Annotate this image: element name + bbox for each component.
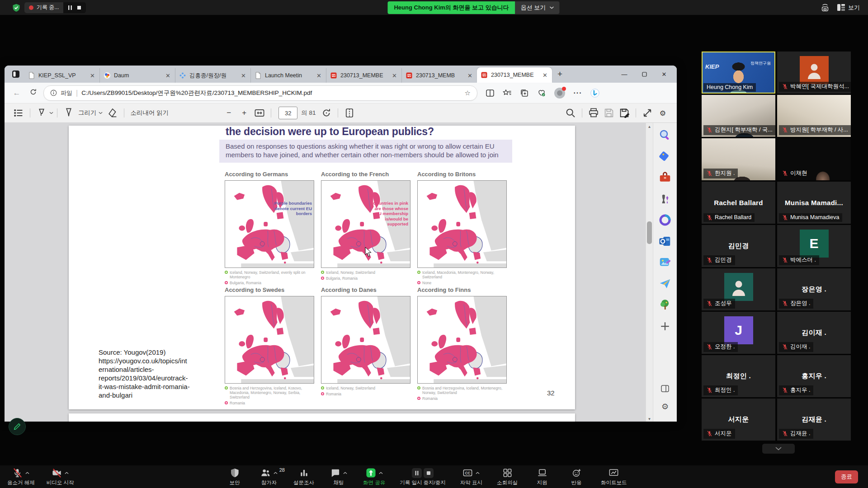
zoom-in-icon[interactable]: + bbox=[239, 108, 250, 118]
browser-tab-7[interactable]: 230713_MEMBE✕ bbox=[477, 67, 552, 83]
participant-tile[interactable]: 김민경 김민경 bbox=[702, 225, 775, 267]
sidebar-designer-icon[interactable] bbox=[658, 256, 672, 269]
close-tab-icon[interactable]: ✕ bbox=[316, 72, 322, 79]
pdf-settings-gear-icon[interactable]: ⚙ bbox=[657, 108, 668, 118]
view-button[interactable]: 보기 bbox=[837, 4, 860, 12]
start-video-button[interactable]: 비디오 시작 bbox=[47, 467, 74, 486]
chevron-up-icon[interactable] bbox=[343, 472, 347, 474]
zoom-out-icon[interactable]: − bbox=[223, 108, 234, 118]
participant-tile[interactable]: Munisa Mamadi... Munisa Mamadieva bbox=[777, 182, 851, 224]
browser-tab-2[interactable]: Daum✕ bbox=[99, 68, 175, 83]
sidebar-split-icon[interactable] bbox=[658, 382, 672, 395]
eraser-icon[interactable] bbox=[107, 108, 118, 118]
new-tab-button[interactable]: + bbox=[552, 69, 568, 79]
sidebar-m365-icon[interactable] bbox=[658, 213, 672, 227]
url-field[interactable]: 파일 | C:/Users/ZB99015/Desktop/연구원%20관련자료… bbox=[43, 85, 477, 101]
sidebar-add-icon[interactable] bbox=[658, 319, 672, 333]
participants-button[interactable]: 28참가자 bbox=[259, 467, 279, 486]
breakout-rooms-button[interactable]: 소회의실 bbox=[497, 467, 518, 486]
reactions-button[interactable]: 반응 bbox=[566, 467, 586, 486]
browser-tab-6[interactable]: 230713_MEMB✕ bbox=[401, 68, 477, 83]
draw-pen-icon[interactable] bbox=[63, 108, 74, 118]
split-screen-icon[interactable] bbox=[486, 89, 495, 98]
chevron-up-icon[interactable] bbox=[65, 472, 69, 474]
participant-tile[interactable]: J 오정한 . bbox=[702, 312, 775, 354]
participant-tile[interactable]: Rachel Ballard Rachel Ballard bbox=[702, 182, 775, 224]
participant-tile[interactable]: 김이재 . 김이재 . bbox=[777, 312, 851, 354]
collections-icon[interactable] bbox=[520, 89, 529, 98]
chat-button[interactable]: 채팅 bbox=[329, 467, 349, 486]
close-tab-icon[interactable]: ✕ bbox=[391, 72, 398, 79]
participant-video-tile[interactable]: 이채현 bbox=[777, 138, 851, 180]
read-aloud-button[interactable]: 소리내어 읽기 bbox=[131, 109, 169, 117]
security-button[interactable]: 보안 bbox=[225, 467, 245, 486]
unmute-button[interactable]: 음소거 해제 bbox=[7, 467, 35, 486]
pdf-scrollbar[interactable]: ▲ ▼ bbox=[646, 123, 653, 422]
sidebar-tools-icon[interactable] bbox=[658, 171, 672, 184]
browser-tab-3[interactable]: 김흥종/원장/원✕ bbox=[175, 68, 250, 83]
refresh-button[interactable] bbox=[27, 88, 39, 98]
participant-tile[interactable]: 장은영 . 장은영 . bbox=[777, 268, 851, 310]
participant-tile[interactable]: 박혜연[ 국제대학원석... bbox=[777, 52, 851, 94]
cast-icon[interactable] bbox=[820, 3, 830, 13]
rotate-icon[interactable] bbox=[321, 108, 332, 118]
maximize-button[interactable] bbox=[634, 66, 654, 83]
share-screen-button[interactable]: 화면 공유 bbox=[363, 467, 385, 486]
highlight-pen-icon[interactable] bbox=[36, 108, 47, 118]
support-button[interactable]: 지원 bbox=[532, 467, 552, 486]
pdf-viewer[interactable]: the decision were up to European publics… bbox=[5, 123, 653, 422]
profile-avatar[interactable] bbox=[554, 88, 565, 99]
browser-tab-1[interactable]: KIEP_SSL_VP✕ bbox=[24, 68, 99, 83]
chevron-down-icon[interactable] bbox=[99, 112, 103, 114]
minimize-button[interactable]: — bbox=[614, 66, 634, 83]
close-tab-icon[interactable]: ✕ bbox=[89, 72, 96, 79]
participant-video-tile[interactable]: 한지원 . bbox=[702, 138, 775, 180]
pause-icon[interactable] bbox=[412, 468, 422, 478]
bing-icon[interactable] bbox=[590, 89, 599, 98]
chevron-up-icon[interactable] bbox=[379, 472, 383, 474]
search-icon[interactable] bbox=[565, 108, 576, 118]
record-controls-button[interactable]: 기록 일시 중지/중지 bbox=[400, 467, 446, 486]
sidebar-tree-icon[interactable] bbox=[658, 298, 672, 312]
print-icon[interactable] bbox=[588, 108, 599, 118]
sidebar-games-icon[interactable] bbox=[658, 192, 672, 206]
captions-button[interactable]: CC자막 표시 bbox=[460, 467, 482, 486]
participant-tile[interactable]: 서지운 서지운 bbox=[702, 399, 775, 441]
browser-tab-5[interactable]: 230713_MEMBE✕ bbox=[326, 68, 401, 83]
annotation-pencil-button[interactable] bbox=[9, 418, 26, 435]
tab-actions-icon[interactable] bbox=[10, 68, 22, 80]
chevron-down-icon[interactable] bbox=[49, 112, 53, 114]
participant-tile[interactable]: 홍지우 . 홍지우 . bbox=[777, 355, 851, 397]
chevron-up-icon[interactable] bbox=[25, 472, 29, 474]
back-button[interactable]: ← bbox=[11, 89, 23, 98]
fullscreen-icon[interactable] bbox=[642, 108, 653, 118]
fit-width-icon[interactable] bbox=[254, 108, 265, 118]
toc-icon[interactable] bbox=[13, 108, 24, 118]
show-more-participants-button[interactable] bbox=[762, 444, 795, 454]
page-view-icon[interactable] bbox=[344, 108, 355, 118]
stop-recording-button[interactable] bbox=[75, 4, 83, 12]
favorite-star-icon[interactable]: ☆ bbox=[465, 89, 471, 97]
favorites-icon[interactable] bbox=[503, 89, 512, 98]
settings-menu-icon[interactable]: ··· bbox=[573, 89, 582, 98]
sidebar-search-icon[interactable] bbox=[658, 128, 672, 142]
draw-label[interactable]: 그리기 bbox=[78, 109, 97, 117]
close-tab-icon[interactable]: ✕ bbox=[467, 72, 473, 79]
stop-icon[interactable] bbox=[424, 468, 434, 478]
chevron-up-icon[interactable] bbox=[274, 472, 278, 474]
participant-video-tile[interactable]: 정책연구원KIEP Heung Chong Kim bbox=[702, 52, 775, 94]
close-tab-icon[interactable]: ✕ bbox=[542, 72, 548, 79]
browser-tab-4[interactable]: Launch Meetin✕ bbox=[250, 68, 326, 83]
participant-tile[interactable]: 조성우 bbox=[702, 268, 775, 310]
browser-essentials-icon[interactable] bbox=[537, 89, 546, 98]
scroll-up-icon[interactable]: ▲ bbox=[646, 123, 653, 130]
sidebar-outlook-icon[interactable] bbox=[658, 235, 672, 248]
participant-video-tile[interactable]: 방지원[ 학부재학 / 사... bbox=[777, 95, 851, 137]
pause-recording-button[interactable] bbox=[66, 4, 74, 12]
page-number-input[interactable]: 32 bbox=[278, 107, 297, 119]
polls-button[interactable]: 설문조사 bbox=[293, 467, 314, 486]
view-options-button[interactable]: 옵션 보기 bbox=[515, 1, 560, 14]
scroll-down-icon[interactable]: ▼ bbox=[646, 415, 653, 422]
participant-video-tile[interactable]: 김현지[ 학부재학 / 국... bbox=[702, 95, 775, 137]
scrollbar-thumb[interactable] bbox=[647, 221, 652, 244]
